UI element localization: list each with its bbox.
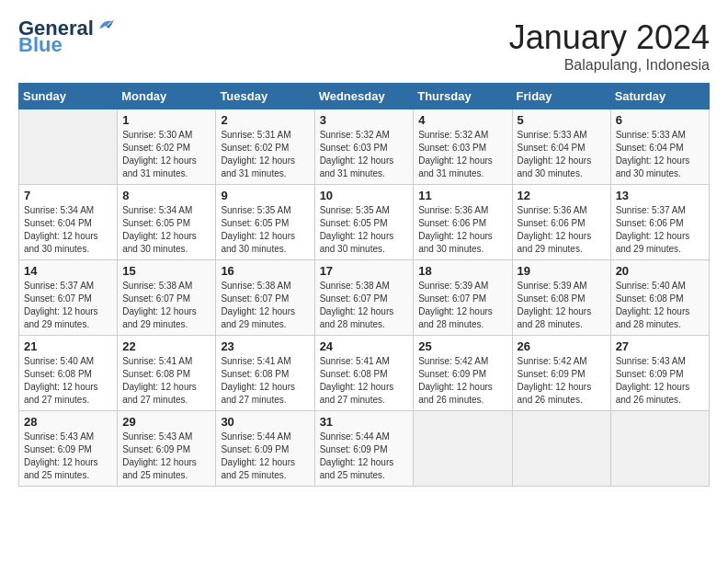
day-info: Sunrise: 5:42 AMSunset: 6:09 PMDaylight:… — [418, 355, 506, 407]
calendar-cell: 22Sunrise: 5:41 AMSunset: 6:08 PMDayligh… — [118, 336, 216, 411]
day-info: Sunrise: 5:41 AMSunset: 6:08 PMDaylight:… — [221, 355, 309, 407]
day-info: Sunrise: 5:39 AMSunset: 6:08 PMDaylight:… — [518, 280, 606, 331]
calendar-cell — [19, 109, 118, 185]
calendar-cell: 25Sunrise: 5:42 AMSunset: 6:09 PMDayligh… — [414, 336, 512, 411]
weekday-header-tuesday: Tuesday — [216, 84, 314, 109]
day-info: Sunrise: 5:34 AMSunset: 6:05 PMDaylight:… — [122, 204, 210, 256]
day-number: 27 — [616, 339, 704, 353]
calendar-cell — [512, 411, 610, 487]
calendar-cell: 3Sunrise: 5:32 AMSunset: 6:03 PMDaylight… — [314, 109, 414, 185]
day-number: 22 — [122, 339, 210, 353]
calendar-week-row: 14Sunrise: 5:37 AMSunset: 6:07 PMDayligh… — [19, 260, 710, 336]
day-info: Sunrise: 5:43 AMSunset: 6:09 PMDaylight:… — [24, 431, 112, 482]
day-info: Sunrise: 5:30 AMSunset: 6:02 PMDaylight:… — [122, 129, 210, 180]
title-block: January 2024 Balapulang, Indonesia — [509, 18, 710, 74]
day-info: Sunrise: 5:44 AMSunset: 6:09 PMDaylight:… — [221, 431, 309, 482]
day-number: 28 — [24, 415, 112, 429]
calendar-cell: 10Sunrise: 5:35 AMSunset: 6:05 PMDayligh… — [314, 185, 414, 260]
day-number: 24 — [320, 339, 409, 353]
day-number: 13 — [616, 189, 704, 202]
calendar-week-row: 1Sunrise: 5:30 AMSunset: 6:02 PMDaylight… — [19, 109, 710, 185]
location: Balapulang, Indonesia — [509, 57, 710, 74]
calendar-table: SundayMondayTuesdayWednesdayThursdayFrid… — [18, 83, 710, 487]
day-number: 18 — [418, 264, 506, 278]
day-info: Sunrise: 5:33 AMSunset: 6:04 PMDaylight:… — [616, 129, 704, 180]
day-number: 29 — [122, 415, 210, 429]
day-info: Sunrise: 5:36 AMSunset: 6:06 PMDaylight:… — [518, 204, 606, 256]
calendar-week-row: 7Sunrise: 5:34 AMSunset: 6:04 PMDaylight… — [19, 185, 710, 260]
day-number: 3 — [320, 113, 409, 127]
logo-bird-icon — [96, 16, 116, 36]
calendar-cell: 21Sunrise: 5:40 AMSunset: 6:08 PMDayligh… — [19, 336, 118, 411]
calendar-cell: 29Sunrise: 5:43 AMSunset: 6:09 PMDayligh… — [118, 411, 216, 487]
calendar-cell: 9Sunrise: 5:35 AMSunset: 6:05 PMDaylight… — [216, 185, 314, 260]
day-info: Sunrise: 5:36 AMSunset: 6:06 PMDaylight:… — [418, 204, 506, 256]
month-title: January 2024 — [509, 18, 710, 57]
day-number: 20 — [616, 264, 704, 278]
calendar-cell — [414, 411, 512, 487]
calendar-cell: 18Sunrise: 5:39 AMSunset: 6:07 PMDayligh… — [414, 260, 512, 336]
day-number: 4 — [418, 113, 506, 127]
day-info: Sunrise: 5:38 AMSunset: 6:07 PMDaylight:… — [320, 280, 409, 331]
weekday-header-thursday: Thursday — [414, 84, 512, 109]
day-number: 19 — [518, 264, 606, 278]
day-number: 11 — [418, 189, 506, 202]
calendar-cell: 16Sunrise: 5:38 AMSunset: 6:07 PMDayligh… — [216, 260, 314, 336]
day-number: 6 — [616, 113, 704, 127]
weekday-header-saturday: Saturday — [610, 84, 709, 109]
calendar-cell: 23Sunrise: 5:41 AMSunset: 6:08 PMDayligh… — [216, 336, 314, 411]
calendar-cell: 31Sunrise: 5:44 AMSunset: 6:09 PMDayligh… — [314, 411, 414, 487]
day-info: Sunrise: 5:37 AMSunset: 6:07 PMDaylight:… — [24, 280, 112, 331]
calendar-cell: 26Sunrise: 5:42 AMSunset: 6:09 PMDayligh… — [512, 336, 610, 411]
day-info: Sunrise: 5:40 AMSunset: 6:08 PMDaylight:… — [24, 355, 112, 407]
day-info: Sunrise: 5:38 AMSunset: 6:07 PMDaylight:… — [122, 280, 210, 331]
calendar-cell: 17Sunrise: 5:38 AMSunset: 6:07 PMDayligh… — [314, 260, 414, 336]
calendar-cell: 13Sunrise: 5:37 AMSunset: 6:06 PMDayligh… — [610, 185, 709, 260]
day-info: Sunrise: 5:35 AMSunset: 6:05 PMDaylight:… — [320, 204, 409, 256]
day-info: Sunrise: 5:41 AMSunset: 6:08 PMDaylight:… — [320, 355, 409, 407]
weekday-header-monday: Monday — [118, 84, 216, 109]
day-info: Sunrise: 5:43 AMSunset: 6:09 PMDaylight:… — [122, 431, 210, 482]
day-info: Sunrise: 5:42 AMSunset: 6:09 PMDaylight:… — [518, 355, 606, 407]
day-info: Sunrise: 5:32 AMSunset: 6:03 PMDaylight:… — [418, 129, 506, 180]
day-info: Sunrise: 5:31 AMSunset: 6:02 PMDaylight:… — [221, 129, 309, 180]
day-info: Sunrise: 5:33 AMSunset: 6:04 PMDaylight:… — [518, 129, 606, 180]
day-info: Sunrise: 5:35 AMSunset: 6:05 PMDaylight:… — [221, 204, 309, 256]
day-number: 5 — [518, 113, 606, 127]
calendar-cell: 27Sunrise: 5:43 AMSunset: 6:09 PMDayligh… — [610, 336, 709, 411]
calendar-cell: 20Sunrise: 5:40 AMSunset: 6:08 PMDayligh… — [610, 260, 709, 336]
day-info: Sunrise: 5:32 AMSunset: 6:03 PMDaylight:… — [320, 129, 409, 180]
day-number: 9 — [221, 189, 309, 202]
calendar-cell: 2Sunrise: 5:31 AMSunset: 6:02 PMDaylight… — [216, 109, 314, 185]
calendar-cell: 6Sunrise: 5:33 AMSunset: 6:04 PMDaylight… — [610, 109, 709, 185]
calendar-cell: 24Sunrise: 5:41 AMSunset: 6:08 PMDayligh… — [314, 336, 414, 411]
page-header: General Blue January 2024 Balapulang, In… — [18, 18, 710, 74]
weekday-header-wednesday: Wednesday — [314, 84, 414, 109]
calendar-cell: 7Sunrise: 5:34 AMSunset: 6:04 PMDaylight… — [19, 185, 118, 260]
weekday-header-friday: Friday — [512, 84, 610, 109]
calendar-cell: 30Sunrise: 5:44 AMSunset: 6:09 PMDayligh… — [216, 411, 314, 487]
calendar-cell: 5Sunrise: 5:33 AMSunset: 6:04 PMDaylight… — [512, 109, 610, 185]
day-info: Sunrise: 5:34 AMSunset: 6:04 PMDaylight:… — [24, 204, 112, 256]
calendar-header-row: SundayMondayTuesdayWednesdayThursdayFrid… — [19, 84, 710, 109]
calendar-cell: 1Sunrise: 5:30 AMSunset: 6:02 PMDaylight… — [118, 109, 216, 185]
calendar-week-row: 28Sunrise: 5:43 AMSunset: 6:09 PMDayligh… — [19, 411, 710, 487]
day-info: Sunrise: 5:39 AMSunset: 6:07 PMDaylight:… — [418, 280, 506, 331]
day-number: 14 — [24, 264, 112, 278]
logo: General Blue — [18, 18, 116, 55]
day-number: 30 — [221, 415, 309, 429]
calendar-cell: 8Sunrise: 5:34 AMSunset: 6:05 PMDaylight… — [118, 185, 216, 260]
day-info: Sunrise: 5:37 AMSunset: 6:06 PMDaylight:… — [616, 204, 704, 256]
day-info: Sunrise: 5:44 AMSunset: 6:09 PMDaylight:… — [320, 431, 409, 482]
day-number: 7 — [24, 189, 112, 202]
calendar-cell: 14Sunrise: 5:37 AMSunset: 6:07 PMDayligh… — [19, 260, 118, 336]
day-number: 21 — [24, 339, 112, 353]
day-number: 8 — [122, 189, 210, 202]
calendar-cell: 28Sunrise: 5:43 AMSunset: 6:09 PMDayligh… — [19, 411, 118, 487]
day-number: 10 — [320, 189, 409, 202]
day-number: 31 — [320, 415, 409, 429]
day-number: 12 — [518, 189, 606, 202]
logo-text-blue: Blue — [18, 35, 63, 55]
day-number: 25 — [418, 339, 506, 353]
day-number: 17 — [320, 264, 409, 278]
